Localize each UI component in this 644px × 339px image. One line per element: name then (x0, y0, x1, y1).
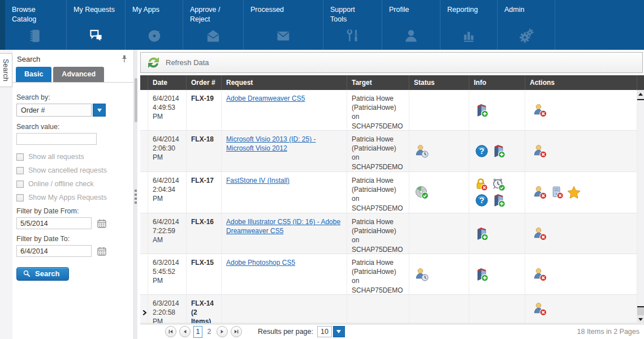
page-number-1[interactable]: 1 (193, 326, 202, 338)
calendar-icon[interactable] (97, 246, 107, 256)
scroll-down-icon[interactable] (637, 315, 644, 323)
checkbox-online-offline-check[interactable]: Online / offline check (16, 180, 128, 188)
user-cancel-icon[interactable] (533, 267, 547, 282)
tab-basic[interactable]: Basic (16, 67, 51, 82)
lock-cancel-icon[interactable] (474, 177, 489, 192)
scroll-up-icon[interactable] (637, 90, 644, 98)
table-row: 6/4/2014 4:49:53 PM FLX-19 Adobe Dreamwe… (140, 90, 644, 131)
nav-item-support-tools[interactable]: Support Tools (323, 0, 382, 50)
row-request: Adobe Illustrator CS5 (ID: 16) - Adobe D… (222, 213, 347, 254)
search-value-input[interactable] (16, 133, 97, 145)
nav-item-profile[interactable]: Profile (382, 0, 440, 50)
date-to-input[interactable] (16, 245, 92, 257)
table-row: 6/4/2014 2:06:30 PM FLX-18 Microsoft Vis… (140, 131, 644, 172)
user-cancel-icon[interactable] (533, 144, 547, 158)
results-per-page-dropdown-button[interactable] (333, 326, 345, 337)
request-link[interactable]: Adobe Photoshop CS5 (226, 259, 295, 267)
nav-item-my-requests[interactable]: My Requests (67, 0, 126, 50)
header-status[interactable]: Status (409, 75, 469, 90)
help-icon[interactable]: ? (474, 193, 489, 208)
checkbox-box[interactable] (16, 194, 24, 201)
request-link[interactable]: FastStone IV (Install) (226, 177, 289, 184)
row-target: Patricia Howe (PatriciaHowe) on SCHAP75D… (347, 254, 409, 294)
row-actions (525, 90, 637, 130)
nav-item-reporting[interactable]: Reporting (440, 0, 498, 50)
checkbox-show-cancelled-requests[interactable]: Show cancelled requests (16, 166, 128, 174)
server-cancel-icon[interactable] (550, 185, 564, 200)
last-page-button[interactable] (231, 326, 242, 337)
request-link[interactable]: Adobe Dreamweaver CS5 (226, 95, 305, 102)
prev-page-button[interactable] (179, 326, 191, 337)
user-cancel-icon[interactable] (533, 226, 547, 241)
top-navbar: Browse Catalog My Requests My Apps Appro… (0, 0, 644, 50)
table-row: 6/4/2014 2:04:34 PM FLX-17 FastStone IV … (140, 172, 644, 213)
folder-add-icon[interactable] (474, 267, 489, 282)
pager: 12 (165, 326, 242, 338)
request-link[interactable]: Adobe Illustrator CS5 (ID: 16) - Adobe D… (226, 218, 340, 235)
row-request: Microsoft Visio 2013 (ID: 25) - Microsof… (222, 131, 347, 171)
row-target: Patricia Howe (PatriciaHowe) on SCHAP75D… (347, 131, 409, 171)
page-number-2[interactable]: 2 (205, 326, 214, 338)
header-info[interactable]: Info (469, 75, 525, 90)
results-per-page-value[interactable]: 10 (317, 326, 332, 337)
request-link[interactable]: Microsoft Visio 2013 (ID: 25) - Microsof… (226, 135, 316, 152)
search-by-dropdown-button[interactable] (93, 104, 106, 117)
vertical-scrollbar[interactable] (637, 90, 644, 323)
table-row: 6/3/2014 5:45:52 PM FLX-15 Adobe Photosh… (140, 254, 644, 295)
reporting-icon (461, 28, 477, 44)
checkbox-show-my-apps-requests[interactable]: Show My Apps Requests (16, 194, 128, 201)
help-icon[interactable]: ? (474, 144, 489, 158)
checkbox-box[interactable] (16, 167, 24, 174)
nav-item-approve-reject[interactable]: Approve / Reject (183, 0, 244, 50)
row-expander-icon[interactable] (141, 309, 148, 315)
row-status (409, 295, 469, 323)
tab-advanced[interactable]: Advanced (53, 67, 104, 82)
row-date: 6/4/2014 2:04:34 PM (148, 172, 187, 213)
folder-add-icon[interactable] (491, 193, 506, 208)
first-page-button[interactable] (165, 326, 176, 337)
splitter-grip-icon (135, 190, 137, 204)
calendar-icon[interactable] (97, 218, 107, 229)
nav-item-browse-catalog[interactable]: Browse Catalog (5, 0, 67, 50)
search-collapsed-tab[interactable]: Search (0, 53, 12, 87)
folder-add-icon[interactable] (474, 103, 489, 118)
header-request[interactable]: Request (222, 75, 347, 90)
checkbox-show-all-requests[interactable]: Show all requests (16, 153, 128, 161)
user-cancel-icon[interactable] (533, 302, 547, 316)
header-date[interactable]: Date (148, 75, 187, 90)
clock-check-icon[interactable] (491, 177, 506, 192)
nav-item-processed[interactable]: Processed (244, 0, 323, 50)
user-cancel-icon[interactable] (533, 103, 547, 118)
search-value-label: Search value: (16, 123, 128, 131)
row-request: Adobe Photoshop CS5 (222, 254, 347, 294)
search-button[interactable]: Search (16, 267, 69, 281)
checkbox-box[interactable] (16, 153, 24, 161)
folder-add-icon[interactable] (474, 226, 489, 241)
star-icon[interactable] (567, 185, 581, 200)
folder-add-icon[interactable] (491, 144, 506, 158)
nav-item-my-apps[interactable]: My Apps (126, 0, 183, 50)
sidebar-scrollbar-thumb[interactable] (135, 78, 137, 122)
pin-icon[interactable] (120, 54, 129, 63)
nav-item-admin[interactable]: Admin (498, 0, 555, 50)
navbar-filler (555, 0, 644, 50)
checkbox-box[interactable] (16, 181, 24, 188)
grid-footer: 12 Results per page: 10 18 Items in 2 Pa… (140, 324, 644, 339)
requests-grid: Date Order # Request Target Status Info … (140, 75, 644, 323)
support-icon (345, 28, 360, 44)
header-target[interactable]: Target (347, 75, 409, 90)
docked-tab-strip: Search (0, 50, 12, 339)
search-by-select[interactable]: Order # (16, 104, 92, 117)
header-actions[interactable]: Actions (525, 75, 637, 90)
next-page-button[interactable] (217, 326, 228, 337)
header-order[interactable]: Order # (187, 75, 222, 90)
user-cancel-icon[interactable] (533, 185, 547, 200)
scrollbar-thumb[interactable] (637, 99, 644, 307)
row-info (469, 254, 525, 294)
row-info: ? (469, 131, 525, 171)
date-from-input[interactable] (16, 217, 92, 229)
row-order: FLX-19 (187, 90, 222, 130)
refresh-data-button[interactable]: Refresh Data (140, 52, 643, 73)
sidebar-splitter[interactable] (133, 50, 137, 339)
scrollbar-track[interactable] (637, 307, 644, 315)
